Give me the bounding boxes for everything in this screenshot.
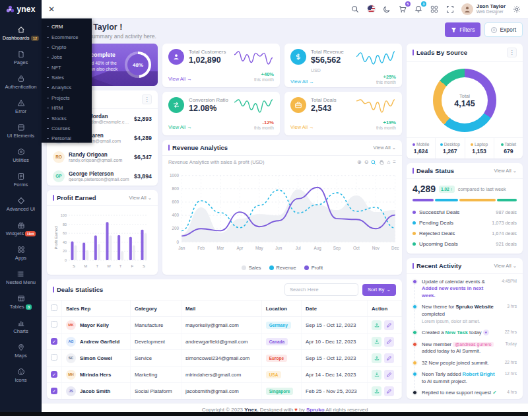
- sidebar-item-maps[interactable]: Maps: [0, 339, 42, 363]
- main-area: ✕ 5 3 Json Taylor Web Designer: [42, 0, 528, 416]
- sidebar-item-nested-menu[interactable]: Nested Menu: [0, 265, 42, 290]
- apps-icon: [17, 246, 25, 254]
- deal-row[interactable]: GPGeorge Pietersongeorge.pieterson@gmail…: [47, 166, 158, 186]
- activity-view-all[interactable]: View All ⌄: [494, 263, 517, 269]
- svg-text:20: 20: [63, 249, 67, 253]
- user-menu[interactable]: Json Taylor Web Designer: [461, 3, 506, 15]
- submenu-item-nft[interactable]: NFT: [42, 63, 92, 73]
- download-button[interactable]: [372, 353, 381, 363]
- export-button[interactable]: Export: [484, 22, 523, 37]
- row-checkbox[interactable]: ✓: [51, 371, 57, 378]
- home-reset-icon[interactable]: ⌂: [387, 160, 390, 165]
- download-button[interactable]: [372, 370, 381, 380]
- column-header[interactable]: Date: [302, 300, 368, 317]
- utilities-icon: [17, 148, 25, 156]
- deals-icon: [290, 97, 306, 113]
- sort-by-button[interactable]: Sort By ⌄: [362, 284, 396, 296]
- stat-card-total-deals: Total Deals2,543View All →+19%this month: [284, 92, 402, 135]
- edit-button[interactable]: [384, 370, 394, 380]
- edit-button[interactable]: [384, 386, 394, 396]
- sparkline: [233, 49, 274, 66]
- download-button[interactable]: [372, 386, 381, 396]
- view-all-link[interactable]: View All →: [290, 79, 314, 85]
- fullscreen-icon[interactable]: [446, 4, 455, 14]
- column-header[interactable]: Sales Rep: [62, 300, 131, 317]
- row-checkbox[interactable]: ✓: [51, 388, 57, 394]
- sidebar-nav: Dashboards12PagesAuthenticationErrorUI E…: [0, 18, 42, 416]
- download-button[interactable]: [372, 320, 381, 330]
- sidebar-item-error[interactable]: Error: [0, 94, 42, 119]
- search-icon[interactable]: [350, 4, 360, 14]
- submenu-item-personal[interactable]: Personal: [42, 133, 92, 143]
- sidebar-item-tables[interactable]: Tables3: [0, 290, 42, 314]
- column-header[interactable]: Category: [131, 300, 182, 317]
- moon-icon[interactable]: [382, 4, 392, 14]
- table-title: Deals Statistics: [53, 286, 103, 293]
- pan-icon[interactable]: [379, 160, 384, 165]
- view-all-link[interactable]: View All →: [168, 76, 192, 82]
- us-flag-icon[interactable]: [366, 4, 376, 14]
- row-checkbox[interactable]: [51, 354, 57, 361]
- sidebar-item-pages[interactable]: Pages: [0, 46, 42, 70]
- view-all-link[interactable]: View All →: [168, 124, 192, 130]
- submenu-item-hrm[interactable]: HRM: [42, 103, 92, 113]
- sidebar-item-charts[interactable]: Charts: [0, 314, 42, 339]
- cart-icon[interactable]: 5: [398, 4, 408, 14]
- kebab-menu-icon[interactable]: ⋮: [507, 48, 517, 57]
- deal-row[interactable]: RORandy Origoanrandy.origoan@gmail.com$6…: [47, 147, 158, 166]
- chart-menu-icon[interactable]: ≡: [393, 160, 396, 165]
- table-search-input[interactable]: [284, 283, 358, 296]
- edit-button[interactable]: [384, 353, 394, 363]
- sidebar-item-utilities[interactable]: Utilities: [0, 143, 42, 168]
- download-button[interactable]: [372, 337, 381, 347]
- row-checkbox[interactable]: ✓: [51, 338, 57, 345]
- revenue-view-all[interactable]: View All ⌄: [374, 145, 396, 151]
- submenu-item-projects[interactable]: Projects: [42, 93, 92, 103]
- submenu-item-crypto[interactable]: Crypto: [42, 42, 92, 52]
- submenu-item-stocks[interactable]: Stocks: [42, 113, 92, 123]
- legend-item[interactable]: Revenue: [269, 265, 296, 271]
- legend-item[interactable]: Profit: [304, 265, 323, 271]
- submenu-item-crm[interactable]: CRM: [42, 22, 92, 32]
- submenu-item-analytics[interactable]: Analytics: [42, 83, 92, 92]
- sparkline: [355, 49, 396, 66]
- row-checkbox[interactable]: [51, 321, 57, 328]
- view-all-link[interactable]: View All →: [290, 124, 314, 130]
- column-header[interactable]: Action: [368, 300, 402, 317]
- select-all-checkbox[interactable]: [51, 304, 57, 311]
- filters-button[interactable]: Filters: [445, 22, 480, 37]
- gear-icon[interactable]: [512, 4, 521, 14]
- sidebar-item-advanced-ui[interactable]: Advanced UI: [0, 192, 42, 217]
- sidebar-badge: 12: [31, 36, 40, 41]
- kebab-menu-icon[interactable]: ⋮: [142, 94, 152, 104]
- legend-item[interactable]: Sales: [242, 265, 261, 271]
- deals-status-view-all[interactable]: View All ⌄: [494, 168, 517, 174]
- submenu-item-courses[interactable]: Courses: [42, 123, 92, 133]
- sparkline: [233, 97, 274, 114]
- column-header[interactable]: Mail: [182, 300, 262, 317]
- edit-button[interactable]: [384, 320, 394, 330]
- menu-close-button[interactable]: ✕: [48, 5, 55, 13]
- sidebar-item-widgets[interactable]: WidgetsHot: [0, 217, 42, 241]
- zoom-out-icon[interactable]: ⊖: [364, 160, 369, 165]
- submenu-item-ecommerce[interactable]: Ecommerce: [42, 32, 92, 42]
- sidebar-item-ui-elements[interactable]: UI Elements: [0, 119, 42, 143]
- table-row: ✓MHMirinda HersMarketingmirindahers@gmai…: [47, 367, 402, 383]
- app-logo[interactable]: ynex: [0, 0, 42, 18]
- bell-icon[interactable]: 3: [414, 4, 424, 14]
- submenu-item-sales[interactable]: Sales: [42, 73, 92, 83]
- svg-text:Jul: Jul: [296, 246, 301, 250]
- sidebar-item-dashboards[interactable]: Dashboards12: [0, 21, 42, 46]
- zoom-in-icon[interactable]: ⊕: [357, 160, 362, 165]
- profit-view-all[interactable]: View All ⌄: [129, 195, 152, 201]
- sidebar-item-authentication[interactable]: Authentication: [0, 70, 42, 94]
- apps-grid-icon[interactable]: [430, 4, 440, 14]
- svg-text:Jan: Jan: [178, 246, 185, 250]
- selection-zoom-icon[interactable]: [371, 160, 376, 165]
- column-header[interactable]: Location: [261, 300, 301, 317]
- sidebar-item-apps[interactable]: Apps: [0, 241, 42, 265]
- sidebar-item-icons[interactable]: Icons: [0, 363, 42, 388]
- edit-button[interactable]: [384, 337, 394, 347]
- sidebar-item-forms[interactable]: Forms: [0, 168, 42, 192]
- submenu-item-jobs[interactable]: Jobs: [42, 52, 92, 62]
